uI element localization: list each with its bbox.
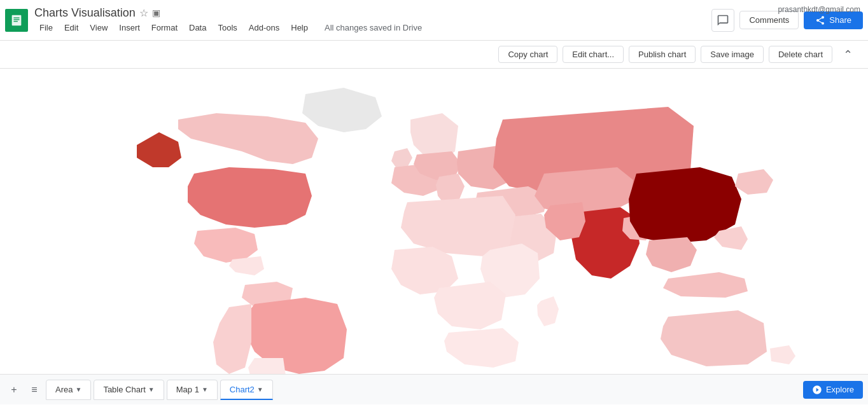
save-image-button[interactable]: Save image [701,46,764,63]
menu-help[interactable]: Help [286,21,313,34]
publish-chart-button[interactable]: Publish chart [629,46,696,63]
bottom-bar: + ≡ Area ▼ Table Chart ▼ Map 1 ▼ Chart2 … [0,374,868,404]
delete-chart-button[interactable]: Delete chart [769,46,832,63]
chart-area [0,69,868,374]
tab-chart2-arrow: ▼ [257,386,263,393]
star-icon[interactable]: ☆ [139,7,148,19]
svg-rect-1 [13,17,19,18]
doc-title: Charts Visualisation ☆ ▣ [34,6,422,20]
menu-format[interactable]: Format [146,21,183,34]
add-sheet-button[interactable]: + [5,381,23,399]
menu-insert[interactable]: Insert [114,21,145,34]
tab-table-chart-arrow: ▼ [148,386,155,393]
menu-edit[interactable]: Edit [59,21,83,34]
collapse-button[interactable]: ⌃ [837,45,858,65]
chart-toolbar: Copy chart Edit chart... Publish chart S… [0,41,868,69]
menu-icon: ≡ [31,384,37,396]
tab-table-chart-label: Table Chart [103,385,145,394]
folder-icon[interactable]: ▣ [152,8,160,18]
tab-chart2-label: Chart2 [230,385,255,394]
tab-area-label: Area [55,385,73,394]
edit-chart-button[interactable]: Edit chart... [563,46,624,63]
menu-tools[interactable]: Tools [213,21,242,34]
tab-area-arrow: ▼ [75,386,81,393]
comment-button[interactable] [711,9,734,32]
tab-chart2[interactable]: Chart2 ▼ [220,380,273,400]
menu-data[interactable]: Data [184,21,211,34]
country-argentina [248,358,286,374]
tab-map1-label: Map 1 [176,385,199,394]
doc-title-text[interactable]: Charts Visualisation [34,6,136,20]
tab-map1-arrow: ▼ [202,386,208,393]
app-icon[interactable] [5,9,28,32]
menu-bar: File Edit View Insert Format Data Tools … [34,21,422,34]
sheet-menu-button[interactable]: ≡ [25,381,43,399]
tab-area[interactable]: Area ▼ [46,380,91,400]
svg-rect-2 [13,19,19,20]
svg-rect-3 [13,20,17,21]
svg-rect-0 [12,15,22,25]
share-label: Share [829,15,851,25]
menu-file[interactable]: File [34,21,58,34]
explore-button[interactable]: Explore [803,381,863,399]
tab-map1[interactable]: Map 1 ▼ [167,380,218,400]
plus-icon: + [11,384,17,396]
copy-chart-button[interactable]: Copy chart [498,46,557,63]
saved-status: All changes saved in Drive [325,23,422,32]
title-area: Charts Visualisation ☆ ▣ File Edit View … [34,6,422,34]
world-map-chart [0,69,868,374]
explore-label: Explore [826,385,854,394]
top-bar: Charts Visualisation ☆ ▣ File Edit View … [0,0,868,41]
tab-table-chart[interactable]: Table Chart ▼ [94,380,164,400]
menu-view[interactable]: View [85,21,113,34]
menu-addons[interactable]: Add-ons [244,21,284,34]
user-email: prasanthkdt@gmail.com [778,5,860,14]
